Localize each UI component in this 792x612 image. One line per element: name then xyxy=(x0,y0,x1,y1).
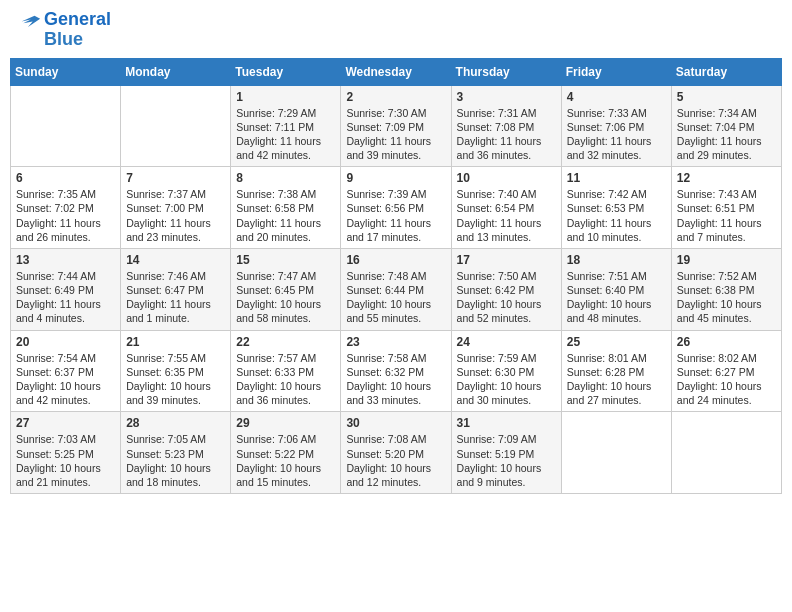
calendar-cell: 6Sunrise: 7:35 AM Sunset: 7:02 PM Daylig… xyxy=(11,167,121,249)
day-info: Sunrise: 7:50 AM Sunset: 6:42 PM Dayligh… xyxy=(457,269,556,326)
calendar-cell: 14Sunrise: 7:46 AM Sunset: 6:47 PM Dayli… xyxy=(121,248,231,330)
day-info: Sunrise: 7:55 AM Sunset: 6:35 PM Dayligh… xyxy=(126,351,225,408)
day-number: 12 xyxy=(677,171,776,185)
calendar-cell: 22Sunrise: 7:57 AM Sunset: 6:33 PM Dayli… xyxy=(231,330,341,412)
day-info: Sunrise: 7:35 AM Sunset: 7:02 PM Dayligh… xyxy=(16,187,115,244)
calendar-cell: 13Sunrise: 7:44 AM Sunset: 6:49 PM Dayli… xyxy=(11,248,121,330)
day-number: 8 xyxy=(236,171,335,185)
day-info: Sunrise: 7:59 AM Sunset: 6:30 PM Dayligh… xyxy=(457,351,556,408)
calendar-cell: 18Sunrise: 7:51 AM Sunset: 6:40 PM Dayli… xyxy=(561,248,671,330)
day-info: Sunrise: 7:42 AM Sunset: 6:53 PM Dayligh… xyxy=(567,187,666,244)
day-info: Sunrise: 7:03 AM Sunset: 5:25 PM Dayligh… xyxy=(16,432,115,489)
calendar-cell: 19Sunrise: 7:52 AM Sunset: 6:38 PM Dayli… xyxy=(671,248,781,330)
day-number: 18 xyxy=(567,253,666,267)
calendar-cell: 10Sunrise: 7:40 AM Sunset: 6:54 PM Dayli… xyxy=(451,167,561,249)
day-info: Sunrise: 7:51 AM Sunset: 6:40 PM Dayligh… xyxy=(567,269,666,326)
day-info: Sunrise: 7:54 AM Sunset: 6:37 PM Dayligh… xyxy=(16,351,115,408)
weekday-header: Wednesday xyxy=(341,58,451,85)
day-number: 10 xyxy=(457,171,556,185)
day-number: 22 xyxy=(236,335,335,349)
day-info: Sunrise: 7:40 AM Sunset: 6:54 PM Dayligh… xyxy=(457,187,556,244)
day-number: 28 xyxy=(126,416,225,430)
day-number: 29 xyxy=(236,416,335,430)
day-info: Sunrise: 7:29 AM Sunset: 7:11 PM Dayligh… xyxy=(236,106,335,163)
day-number: 17 xyxy=(457,253,556,267)
calendar-cell: 17Sunrise: 7:50 AM Sunset: 6:42 PM Dayli… xyxy=(451,248,561,330)
day-number: 13 xyxy=(16,253,115,267)
day-number: 9 xyxy=(346,171,445,185)
day-number: 23 xyxy=(346,335,445,349)
day-number: 20 xyxy=(16,335,115,349)
calendar-cell: 4Sunrise: 7:33 AM Sunset: 7:06 PM Daylig… xyxy=(561,85,671,167)
calendar-cell: 9Sunrise: 7:39 AM Sunset: 6:56 PM Daylig… xyxy=(341,167,451,249)
day-number: 2 xyxy=(346,90,445,104)
calendar-cell: 15Sunrise: 7:47 AM Sunset: 6:45 PM Dayli… xyxy=(231,248,341,330)
day-info: Sunrise: 7:34 AM Sunset: 7:04 PM Dayligh… xyxy=(677,106,776,163)
calendar-cell: 21Sunrise: 7:55 AM Sunset: 6:35 PM Dayli… xyxy=(121,330,231,412)
day-info: Sunrise: 7:05 AM Sunset: 5:23 PM Dayligh… xyxy=(126,432,225,489)
calendar-cell: 20Sunrise: 7:54 AM Sunset: 6:37 PM Dayli… xyxy=(11,330,121,412)
calendar-cell: 28Sunrise: 7:05 AM Sunset: 5:23 PM Dayli… xyxy=(121,412,231,494)
calendar-cell: 16Sunrise: 7:48 AM Sunset: 6:44 PM Dayli… xyxy=(341,248,451,330)
day-info: Sunrise: 7:48 AM Sunset: 6:44 PM Dayligh… xyxy=(346,269,445,326)
calendar-cell: 27Sunrise: 7:03 AM Sunset: 5:25 PM Dayli… xyxy=(11,412,121,494)
day-info: Sunrise: 7:47 AM Sunset: 6:45 PM Dayligh… xyxy=(236,269,335,326)
calendar-cell: 23Sunrise: 7:58 AM Sunset: 6:32 PM Dayli… xyxy=(341,330,451,412)
logo-text: General Blue xyxy=(44,10,111,50)
calendar-cell: 31Sunrise: 7:09 AM Sunset: 5:19 PM Dayli… xyxy=(451,412,561,494)
day-info: Sunrise: 7:38 AM Sunset: 6:58 PM Dayligh… xyxy=(236,187,335,244)
day-info: Sunrise: 7:37 AM Sunset: 7:00 PM Dayligh… xyxy=(126,187,225,244)
calendar-week-row: 6Sunrise: 7:35 AM Sunset: 7:02 PM Daylig… xyxy=(11,167,782,249)
day-number: 24 xyxy=(457,335,556,349)
calendar-cell xyxy=(561,412,671,494)
day-number: 15 xyxy=(236,253,335,267)
day-info: Sunrise: 7:06 AM Sunset: 5:22 PM Dayligh… xyxy=(236,432,335,489)
day-number: 21 xyxy=(126,335,225,349)
day-number: 4 xyxy=(567,90,666,104)
day-info: Sunrise: 7:58 AM Sunset: 6:32 PM Dayligh… xyxy=(346,351,445,408)
day-number: 6 xyxy=(16,171,115,185)
day-number: 30 xyxy=(346,416,445,430)
weekday-header: Friday xyxy=(561,58,671,85)
day-info: Sunrise: 7:08 AM Sunset: 5:20 PM Dayligh… xyxy=(346,432,445,489)
calendar-table: SundayMondayTuesdayWednesdayThursdayFrid… xyxy=(10,58,782,494)
calendar-week-row: 13Sunrise: 7:44 AM Sunset: 6:49 PM Dayli… xyxy=(11,248,782,330)
calendar-cell xyxy=(121,85,231,167)
calendar-week-row: 20Sunrise: 7:54 AM Sunset: 6:37 PM Dayli… xyxy=(11,330,782,412)
day-number: 27 xyxy=(16,416,115,430)
day-number: 7 xyxy=(126,171,225,185)
page-header: General Blue xyxy=(10,10,782,50)
calendar-week-row: 27Sunrise: 7:03 AM Sunset: 5:25 PM Dayli… xyxy=(11,412,782,494)
calendar-header: SundayMondayTuesdayWednesdayThursdayFrid… xyxy=(11,58,782,85)
day-info: Sunrise: 7:52 AM Sunset: 6:38 PM Dayligh… xyxy=(677,269,776,326)
calendar-cell: 5Sunrise: 7:34 AM Sunset: 7:04 PM Daylig… xyxy=(671,85,781,167)
weekday-header: Tuesday xyxy=(231,58,341,85)
day-info: Sunrise: 7:46 AM Sunset: 6:47 PM Dayligh… xyxy=(126,269,225,326)
day-number: 16 xyxy=(346,253,445,267)
day-number: 5 xyxy=(677,90,776,104)
calendar-cell: 2Sunrise: 7:30 AM Sunset: 7:09 PM Daylig… xyxy=(341,85,451,167)
calendar-cell: 12Sunrise: 7:43 AM Sunset: 6:51 PM Dayli… xyxy=(671,167,781,249)
day-number: 3 xyxy=(457,90,556,104)
calendar-cell: 11Sunrise: 7:42 AM Sunset: 6:53 PM Dayli… xyxy=(561,167,671,249)
calendar-cell: 29Sunrise: 7:06 AM Sunset: 5:22 PM Dayli… xyxy=(231,412,341,494)
calendar-cell xyxy=(11,85,121,167)
day-info: Sunrise: 7:33 AM Sunset: 7:06 PM Dayligh… xyxy=(567,106,666,163)
calendar-cell: 1Sunrise: 7:29 AM Sunset: 7:11 PM Daylig… xyxy=(231,85,341,167)
svg-marker-0 xyxy=(21,16,40,27)
day-info: Sunrise: 7:39 AM Sunset: 6:56 PM Dayligh… xyxy=(346,187,445,244)
day-info: Sunrise: 7:57 AM Sunset: 6:33 PM Dayligh… xyxy=(236,351,335,408)
day-number: 26 xyxy=(677,335,776,349)
day-info: Sunrise: 7:43 AM Sunset: 6:51 PM Dayligh… xyxy=(677,187,776,244)
calendar-cell: 26Sunrise: 8:02 AM Sunset: 6:27 PM Dayli… xyxy=(671,330,781,412)
day-info: Sunrise: 7:44 AM Sunset: 6:49 PM Dayligh… xyxy=(16,269,115,326)
calendar-cell: 30Sunrise: 7:08 AM Sunset: 5:20 PM Dayli… xyxy=(341,412,451,494)
calendar-cell: 24Sunrise: 7:59 AM Sunset: 6:30 PM Dayli… xyxy=(451,330,561,412)
calendar-cell: 7Sunrise: 7:37 AM Sunset: 7:00 PM Daylig… xyxy=(121,167,231,249)
logo: General Blue xyxy=(14,10,111,50)
calendar-cell: 8Sunrise: 7:38 AM Sunset: 6:58 PM Daylig… xyxy=(231,167,341,249)
weekday-header: Monday xyxy=(121,58,231,85)
day-number: 25 xyxy=(567,335,666,349)
calendar-week-row: 1Sunrise: 7:29 AM Sunset: 7:11 PM Daylig… xyxy=(11,85,782,167)
day-info: Sunrise: 7:09 AM Sunset: 5:19 PM Dayligh… xyxy=(457,432,556,489)
